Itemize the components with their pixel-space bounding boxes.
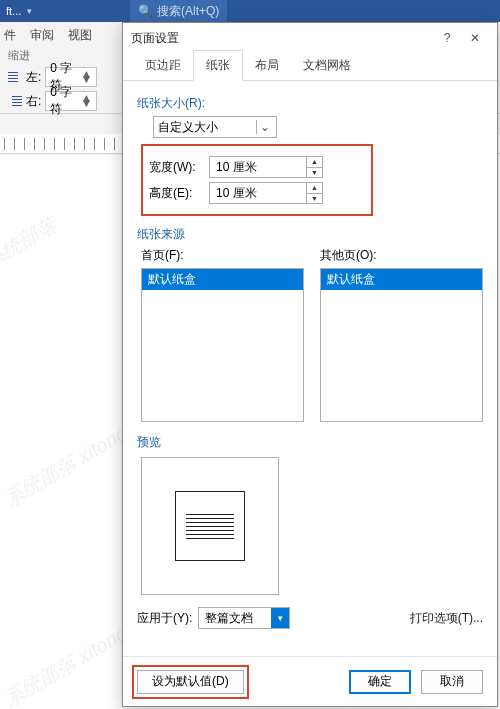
search-icon: 🔍 xyxy=(138,4,153,18)
width-field[interactable] xyxy=(210,157,306,177)
apply-to-combo[interactable]: 整篇文档 ▾ xyxy=(198,607,290,629)
chevron-down-icon[interactable]: ▾ xyxy=(27,6,32,16)
word-titlebar: ft... ▾ xyxy=(0,0,500,22)
paper-size-label: 纸张大小(R): xyxy=(137,95,483,112)
other-pages-label: 其他页(O): xyxy=(320,247,483,264)
svg-rect-5 xyxy=(12,99,22,100)
svg-rect-0 xyxy=(8,72,18,73)
first-page-listbox[interactable]: 默认纸盒 xyxy=(141,268,304,422)
set-default-button[interactable]: 设为默认值(D) xyxy=(137,670,244,694)
indent-right-icon xyxy=(8,94,22,108)
search-box[interactable]: 🔍 搜索(Alt+Q) xyxy=(130,0,227,22)
spinner-icon[interactable]: ▲▼ xyxy=(80,96,92,106)
help-button[interactable]: ? xyxy=(433,27,461,49)
ok-button[interactable]: 确定 xyxy=(349,670,411,694)
width-input[interactable]: ▲▼ xyxy=(209,156,323,178)
apply-to-label: 应用于(Y): xyxy=(137,610,192,627)
app-title: ft... xyxy=(6,5,21,17)
tab-layout[interactable]: 布局 xyxy=(243,51,291,80)
chevron-down-icon: ⌄ xyxy=(256,120,272,134)
paper-size-combo[interactable]: 自定义大小 ⌄ xyxy=(153,116,483,138)
svg-rect-1 xyxy=(8,75,18,76)
dialog-tabs: 页边距 纸张 布局 文档网格 xyxy=(123,53,497,81)
dialog-footer: 设为默认值(D) 确定 取消 xyxy=(123,656,497,706)
other-pages-source: 其他页(O): 默认纸盒 xyxy=(320,247,483,422)
height-field[interactable] xyxy=(210,183,306,203)
svg-rect-2 xyxy=(8,78,18,79)
preview-box xyxy=(141,457,279,595)
print-options-link[interactable]: 打印选项(T)... xyxy=(410,610,483,627)
svg-rect-3 xyxy=(8,81,18,82)
other-pages-listbox[interactable]: 默认纸盒 xyxy=(320,268,483,422)
first-page-source: 首页(F): 默认纸盒 xyxy=(141,247,304,422)
ribbon-tab[interactable]: 视图 xyxy=(68,27,92,44)
chevron-down-icon: ▾ xyxy=(271,608,289,628)
height-row: 高度(E): ▲▼ xyxy=(149,182,365,204)
dialog-title: 页面设置 xyxy=(131,30,433,47)
first-page-label: 首页(F): xyxy=(141,247,304,264)
apply-to-row: 应用于(Y): 整篇文档 ▾ 打印选项(T)... xyxy=(137,607,483,629)
tab-margins[interactable]: 页边距 xyxy=(133,51,193,80)
paper-source-label: 纸张来源 xyxy=(137,226,483,243)
page-setup-dialog: 页面设置 ? ✕ 页边距 纸张 布局 文档网格 纸张大小(R): 自定义大小 ⌄… xyxy=(122,22,498,707)
width-row: 宽度(W): ▲▼ xyxy=(149,156,365,178)
svg-rect-6 xyxy=(12,102,22,103)
width-label: 宽度(W): xyxy=(149,159,203,176)
height-label: 高度(E): xyxy=(149,185,203,202)
ribbon-tab[interactable]: 审阅 xyxy=(30,27,54,44)
list-item[interactable]: 默认纸盒 xyxy=(321,269,482,290)
indent-right-input[interactable]: 0 字符 ▲▼ xyxy=(45,91,97,111)
dialog-titlebar: 页面设置 ? ✕ xyxy=(123,23,497,53)
tab-paper[interactable]: 纸张 xyxy=(193,50,243,81)
tab-grid[interactable]: 文档网格 xyxy=(291,51,363,80)
apply-to-value: 整篇文档 xyxy=(205,610,253,627)
paper-source-columns: 首页(F): 默认纸盒 其他页(O): 默认纸盒 xyxy=(141,247,483,422)
indent-right-label: 右: xyxy=(26,93,41,110)
preview-label: 预览 xyxy=(137,434,483,451)
search-placeholder: 搜索(Alt+Q) xyxy=(157,3,219,20)
indent-left-label: 左: xyxy=(26,69,41,86)
list-item[interactable]: 默认纸盒 xyxy=(142,269,303,290)
dialog-body: 纸张大小(R): 自定义大小 ⌄ 宽度(W): ▲▼ 高度(E): ▲▼ xyxy=(123,81,497,656)
spinner-buttons[interactable]: ▲▼ xyxy=(306,157,322,177)
indent-left-icon xyxy=(8,70,22,84)
close-button[interactable]: ✕ xyxy=(461,27,489,49)
height-input[interactable]: ▲▼ xyxy=(209,182,323,204)
svg-rect-4 xyxy=(12,96,22,97)
paper-size-value: 自定义大小 xyxy=(158,119,218,136)
paper-dimensions-highlight: 宽度(W): ▲▼ 高度(E): ▲▼ xyxy=(141,144,373,216)
spinner-buttons[interactable]: ▲▼ xyxy=(306,183,322,203)
preview-page-icon xyxy=(175,491,245,561)
cancel-button[interactable]: 取消 xyxy=(421,670,483,694)
svg-rect-7 xyxy=(12,105,22,106)
spinner-icon[interactable]: ▲▼ xyxy=(80,72,92,82)
ribbon-tab[interactable]: 件 xyxy=(4,27,16,44)
